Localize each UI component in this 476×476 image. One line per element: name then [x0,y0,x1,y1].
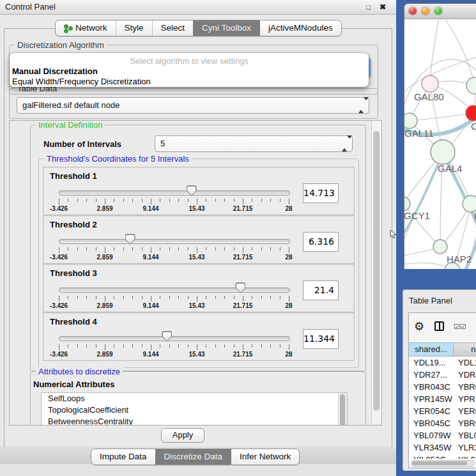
network-view-window[interactable]: GAL80GACGAL11GAL4GCY1HHAP2 [404,3,476,269]
network-node[interactable] [466,105,476,121]
threshold-4-label: Threshold 4 [50,317,97,326]
tick-mark [252,296,252,299]
threshold-1-value-field[interactable]: 14.713 [303,183,339,203]
close-button[interactable] [409,7,417,15]
checkboxes-icon[interactable]: ☑☑ [454,323,466,331]
tick-mark [96,344,96,348]
tick-mark [280,199,280,202]
tick-mark [234,247,234,250]
table-cell: YIL0 [454,454,476,459]
threshold-4-slider-thumb[interactable] [162,331,172,342]
table-cell: YER054C [409,405,454,417]
table-row[interactable]: YDR27...YDR2 [409,369,476,381]
table-horizontal-scrollbar[interactable] [411,460,475,467]
numerical-attributes-list[interactable]: SelfLoopsTopologicalCoefficientBetweenne… [41,392,348,426]
table-row[interactable]: YDL19...YDL1 [409,357,476,369]
threshold-1-slider-thumb[interactable] [187,185,197,196]
table-panel: Table Panel ⚙ ☑☑ shared...na YDL19...YDL… [403,289,476,471]
table-row[interactable]: YBR045CYBR0 [409,417,476,429]
bottom-tab-bar: Impute DataDiscretize DataInfer Network [91,449,300,465]
number-of-intervals-combobox[interactable]: 5 [155,135,353,152]
scrollbar-thumb[interactable] [373,131,380,411]
table-row[interactable]: YPR145WYPR1 [409,393,476,405]
tick-mark [197,296,197,302]
tick-mark [270,199,271,202]
threshold-2-slider-thumb[interactable] [125,234,135,245]
tick-mark [261,344,262,348]
columns-icon[interactable] [434,321,444,331]
tick-mark [206,247,206,250]
network-node[interactable] [404,197,410,211]
table-row[interactable]: YER054CYER0 [409,405,476,417]
tick-mark [206,296,206,299]
settings-scrollpane: Interval Definition Number of Intervals … [9,120,382,426]
tick-mark [142,247,142,250]
scrollbar-thumb[interactable] [412,461,467,465]
interval-definition-group: Interval Definition Number of Intervals … [30,125,366,371]
tick-mark [215,296,216,299]
tick-mark [68,247,68,250]
network-node[interactable] [431,140,455,164]
attribute-item[interactable]: TopologicalCoefficient [42,404,347,416]
table-row[interactable]: YIL052CYIL0 [409,454,476,459]
tick-mark [142,344,142,348]
network-node[interactable] [433,240,447,254]
table-row[interactable]: YLR345WYLR3 [409,441,476,454]
minimize-button[interactable] [422,7,429,15]
number-of-intervals-label: Number of Intervals [43,139,121,149]
threshold-4-slider-track[interactable] [59,336,290,341]
table-row[interactable]: YBL079WYBL0 [409,429,476,441]
interval-definition-label: Interval Definition [36,120,105,130]
tab-label: Infer Network [240,449,291,464]
slider-ticks [59,295,289,302]
tick-mark [261,296,262,299]
threshold-4-value-field[interactable]: 11.344 [303,329,339,349]
dropdown-option-equal-width-frequency[interactable]: Equal Width/Frequency Discretization [12,77,151,86]
attribute-item[interactable]: SelfLoops [42,393,347,404]
tick-mark [224,344,225,348]
threshold-1-slider-track[interactable] [59,190,290,196]
threshold-2-value-field[interactable]: 6.316 [303,232,339,252]
gear-icon[interactable]: ⚙ [414,319,424,334]
tab-impute-data[interactable]: Impute Data [91,449,155,464]
tab-cyni-toolbox[interactable]: Cyni Toolbox [193,20,259,36]
tab-discretize-data[interactable]: Discretize Data [155,449,231,464]
network-icon [64,24,72,33]
attribute-item[interactable]: BetweennessCentrality [42,416,347,426]
threshold-sliders: Threshold 1-3.4262.8599.14415.4321.71528… [39,167,358,361]
tick-mark [270,344,271,348]
close-panel-icon[interactable]: ✖ [380,3,386,12]
tick-mark [188,247,188,250]
column-header-1[interactable]: shared... [409,342,454,357]
attributes-scrollbar[interactable] [338,393,347,426]
tick-mark [151,199,151,204]
table-cell: YER0 [454,405,476,417]
column-header-2[interactable]: na [454,342,476,357]
algorithm-dropdown-popup: Select algorithm to view settings Manual… [10,53,369,87]
settings-vertical-scrollbar[interactable] [371,121,381,424]
dropdown-option-manual-discretization[interactable]: Manual Discretization [12,66,98,76]
threshold-3-slider-thumb[interactable] [235,282,245,293]
tab-network[interactable]: Network [56,20,116,36]
threshold-2-slider-track[interactable] [59,239,290,244]
table-row[interactable]: YBR043CYBR0 [409,381,476,393]
threshold-3-value-field[interactable]: 21.4 [303,280,339,300]
threshold-3-slider-track[interactable] [59,288,290,293]
network-node[interactable] [404,113,417,128]
control-panel-titlebar[interactable]: Control Panel □ ✖ [0,0,396,15]
tick-mark [114,247,114,250]
network-canvas[interactable]: GAL80GACGAL11GAL4GCY1HHAP2 [404,19,476,269]
network-node[interactable] [422,75,438,92]
network-node[interactable] [466,77,476,94]
float-window-icon[interactable]: □ [366,3,371,12]
tab-jactivemnodules[interactable]: jActiveMNodules [259,20,341,36]
tab-style[interactable]: Style [116,20,152,36]
tab-select[interactable]: Select [152,20,194,36]
network-window-titlebar[interactable] [404,4,476,19]
tab-infer-network[interactable]: Infer Network [231,449,299,464]
table-data-combobox[interactable]: galFiltered.sif default node [17,97,369,114]
apply-button[interactable]: Apply [161,428,204,443]
node-label: C [471,121,476,132]
table-cell: YDR27... [409,369,454,381]
zoom-button[interactable] [434,7,442,15]
